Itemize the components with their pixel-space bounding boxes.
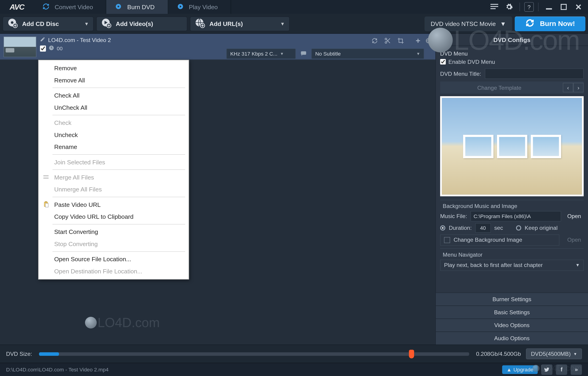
dvd-size-marker[interactable]: [409, 350, 414, 358]
arrow-up-icon: ▲: [506, 366, 512, 372]
output-profile-select[interactable]: DVD video NTSC Movie ▼: [425, 16, 512, 31]
menu-item-label: Unmerge All Files: [54, 186, 102, 193]
chevron-down-icon: ▼: [500, 20, 506, 27]
svg-point-16: [385, 38, 387, 40]
help-button[interactable]: ?: [524, 2, 534, 12]
merge-icon: [42, 173, 50, 181]
svg-rect-4: [490, 6, 498, 7]
audio-track-select[interactable]: KHz 317 Kbps 2 C...▼: [226, 48, 296, 59]
context-menu-item[interactable]: UnCheck All: [40, 102, 188, 114]
subtitle-value: No Subtitle: [315, 51, 341, 57]
upgrade-button[interactable]: ▲ Upgrade: [502, 365, 538, 374]
more-button[interactable]: »: [571, 364, 582, 375]
accordion-basic-settings[interactable]: Basic Settings: [436, 305, 588, 319]
burn-now-button[interactable]: Burn Now!: [515, 16, 585, 31]
change-template-button[interactable]: Change Template: [440, 84, 558, 91]
music-file-input[interactable]: [471, 211, 561, 221]
menu-item-label: Uncheck: [54, 131, 78, 138]
change-bg-image-field[interactable]: Change Background Image: [440, 234, 559, 246]
audio-summary: KHz 317 Kbps 2 C...: [230, 51, 277, 57]
minimize-button[interactable]: [543, 1, 555, 13]
keep-original-label: Keep original: [524, 224, 557, 231]
svg-rect-19: [301, 51, 306, 54]
context-menu-item[interactable]: Remove: [40, 62, 188, 74]
refresh-icon: [43, 3, 49, 11]
globe-add-icon: [195, 18, 205, 29]
dvd-size-track[interactable]: [39, 352, 469, 355]
accordion-audio-options[interactable]: Audio Options: [436, 332, 588, 345]
menu-icon[interactable]: [488, 1, 501, 13]
disc-icon: [115, 3, 122, 11]
scissors-icon[interactable]: [384, 37, 391, 46]
dvd-size-label: DVD Size:: [6, 351, 32, 357]
context-menu-item[interactable]: Check All: [40, 89, 188, 102]
accordion-burner-settings[interactable]: Burner Settings: [436, 292, 588, 305]
context-menu-item[interactable]: Paste Video URL: [40, 198, 188, 211]
keep-original-radio[interactable]: [516, 225, 521, 230]
menu-item-label: Remove: [54, 64, 77, 71]
titlebar-controls: ?: [485, 0, 588, 14]
tab-burn-dvd[interactable]: Burn DVD: [106, 0, 168, 14]
context-menu-item[interactable]: Copy Video URL to Clipboard: [40, 211, 188, 223]
template-next-button[interactable]: ›: [573, 83, 584, 93]
toolbar: Add CD Disc ▼ Add Video(s) Add URL(s) ▼ …: [0, 14, 588, 34]
crop-icon[interactable]: [397, 37, 404, 46]
tab-label: Convert Video: [55, 3, 93, 10]
add-videos-button[interactable]: Add Video(s): [96, 16, 187, 31]
twitter-button[interactable]: [541, 364, 552, 375]
duration-input[interactable]: [475, 223, 491, 233]
gear-icon[interactable]: [503, 1, 515, 13]
pencil-icon[interactable]: [40, 36, 46, 43]
accordion-video-options[interactable]: Video Options: [436, 319, 588, 332]
context-menu-item: Unmerge All Files: [40, 183, 188, 196]
plus-icon[interactable]: [415, 37, 421, 46]
refresh-icon: [525, 18, 535, 29]
enable-dvd-menu-checkbox[interactable]: Enable DVD Menu: [440, 59, 584, 65]
menu-item-label: Start Converting: [54, 228, 98, 235]
template-prev-button[interactable]: ‹: [563, 83, 573, 93]
subtitle-icon: [300, 50, 307, 58]
bg-section-title: Background Music and Image: [440, 203, 584, 209]
context-menu-item[interactable]: Uncheck: [40, 129, 188, 141]
maximize-button[interactable]: [558, 1, 570, 13]
close-icon[interactable]: [425, 37, 432, 46]
change-bg-label: Change Background Image: [454, 237, 522, 243]
svg-rect-7: [561, 4, 567, 10]
video-item-options: KHz 317 Kbps 2 C...▼ No Subtitle▼: [44, 48, 431, 59]
play-icon: [177, 3, 183, 11]
dvd-menu-label: DVD Menu: [440, 50, 584, 57]
checkbox-label: Enable DVD Menu: [448, 59, 495, 65]
close-button[interactable]: [572, 1, 585, 13]
disc-type-label: DVD5(4500MB): [531, 351, 571, 357]
duration-radio[interactable]: [440, 225, 445, 230]
context-menu-item: Merge All Files: [40, 171, 188, 183]
menu-item-label: Merge All Files: [54, 174, 94, 181]
menu-title-input[interactable]: [485, 68, 584, 79]
navigator-select[interactable]: Play next, back to first after last chap…: [440, 259, 584, 271]
bg-open-button[interactable]: Open: [565, 237, 584, 243]
add-urls-button[interactable]: Add URL(s) ▼: [190, 16, 290, 31]
profile-label: DVD video NTSC Movie: [431, 20, 496, 27]
menu-title-label: DVD Menu Title:: [440, 71, 481, 77]
tab-play-video[interactable]: Play Video: [168, 0, 231, 14]
add-cd-disc-button[interactable]: Add CD Disc ▼: [2, 16, 94, 31]
button-label: Add Video(s): [116, 20, 153, 27]
music-open-button[interactable]: Open: [565, 213, 584, 219]
tab-convert-video[interactable]: Convert Video: [34, 0, 106, 14]
svg-point-9: [11, 21, 13, 24]
refresh-icon[interactable]: [371, 37, 378, 46]
context-menu-item[interactable]: Start Converting: [40, 226, 188, 238]
menu-item-label: Join Selected Files: [54, 159, 105, 166]
facebook-button[interactable]: f: [556, 364, 567, 375]
context-menu-item[interactable]: Remove All: [40, 74, 188, 86]
context-menu-item: Open Destination File Location...: [40, 265, 188, 277]
paste-icon: [42, 201, 50, 209]
menu-item-label: Open Source File Location...: [54, 256, 131, 263]
context-menu-item[interactable]: Rename: [40, 141, 188, 153]
subtitle-select[interactable]: No Subtitle▼: [311, 48, 424, 59]
tab-label: Burn DVD: [127, 3, 155, 10]
dvd-configs-pane: DVD Configs DVD Menu Enable DVD Menu DVD…: [435, 34, 588, 345]
disc-type-select[interactable]: DVD5(4500MB)▼: [526, 348, 582, 359]
context-menu-item[interactable]: Open Source File Location...: [40, 253, 188, 265]
change-bg-checkbox[interactable]: [444, 237, 450, 243]
